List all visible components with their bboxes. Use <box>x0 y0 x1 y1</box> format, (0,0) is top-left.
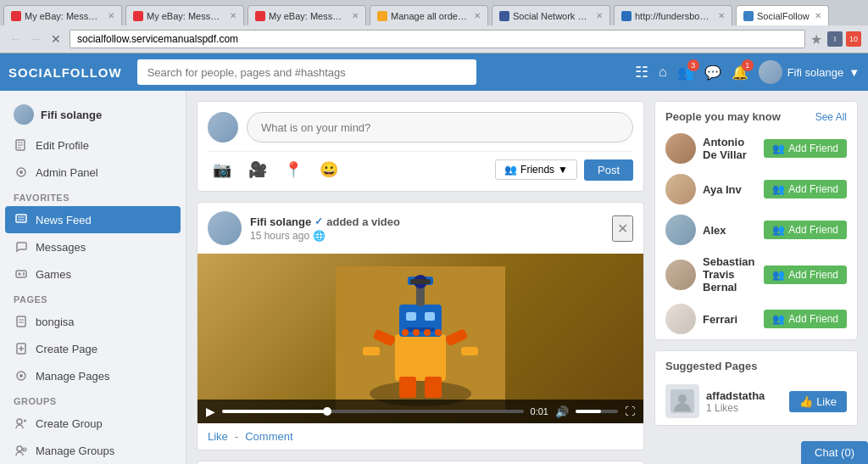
post-user-name-1: Fifi solange ✓ added a video <box>250 215 604 228</box>
svg-point-22 <box>19 374 23 377</box>
forward-button[interactable]: → <box>27 31 44 48</box>
sidebar-item-create-page[interactable]: Create Page <box>0 335 186 362</box>
svg-point-13 <box>23 272 25 274</box>
add-friend-button-ferrari[interactable]: 👥 Add Friend <box>764 310 847 328</box>
post-card-2: Fifi solange ✓ a year ago 🌐 ✕ <box>197 461 644 464</box>
browser-tab-tab4[interactable]: Manage all orders -...✕ <box>370 5 488 25</box>
messages-icon <box>14 239 29 254</box>
add-friend-button-antonio[interactable]: 👥 Add Friend <box>764 139 847 158</box>
video-upload-button[interactable]: 🎥 <box>243 159 272 181</box>
bongisa-icon <box>14 314 29 329</box>
extension-icons: I 10 <box>827 31 861 47</box>
close-button[interactable]: ✕ <box>47 31 64 48</box>
location-button[interactable]: 📍 <box>279 159 308 181</box>
like-button-1[interactable]: Like <box>208 430 228 443</box>
people-card-header: People you may know See All <box>655 102 857 128</box>
ext-icon-2[interactable]: 10 <box>846 31 861 47</box>
volume-bar[interactable] <box>576 410 618 413</box>
user-menu[interactable]: Fifi solange ▼ <box>759 60 860 84</box>
post-header-1: Fifi solange ✓ added a video 15 hours ag… <box>198 203 643 254</box>
suggested-item-affadstatha: affadstatha 1 Likes 👍 Like <box>655 377 857 425</box>
create-page-label: Create Page <box>36 343 97 355</box>
browser-tab-tab7[interactable]: SocialFollow✕ <box>736 5 829 25</box>
add-friend-button-alex[interactable]: 👥 Add Friend <box>764 221 847 239</box>
chat-icon[interactable]: 💬 <box>704 64 721 81</box>
grid-icon[interactable]: ☷ <box>635 63 648 81</box>
sidebar-item-edit-profile[interactable]: Edit Profile <box>0 131 186 159</box>
browser-tab-tab6[interactable]: http://fundersbook...✕ <box>614 5 732 25</box>
create-group-label: Create Group <box>36 417 103 430</box>
people-item-aya: Aya Inv 👥 Add Friend <box>655 169 857 210</box>
photo-upload-button[interactable]: 📷 <box>208 159 236 181</box>
emoji-button[interactable]: 😀 <box>314 159 343 181</box>
post-button[interactable]: Post <box>584 159 633 181</box>
svg-rect-43 <box>461 347 478 355</box>
home-icon[interactable]: ⌂ <box>659 64 667 80</box>
volume-icon[interactable]: 🔊 <box>555 405 569 418</box>
svg-rect-41 <box>363 347 380 355</box>
sidebar: Fifi solange Edit Profile Admin Panel FA… <box>0 91 186 464</box>
svg-point-51 <box>678 394 687 403</box>
post-close-button-1[interactable]: ✕ <box>612 215 633 242</box>
video-player-1[interactable]: ▶ 0:01 🔊 ⛶ <box>198 254 643 423</box>
section-pages: PAGES <box>0 288 186 308</box>
video-thumbnail-bg <box>198 254 643 423</box>
sidebar-item-messages[interactable]: Messages <box>0 233 186 260</box>
add-friend-icon-sebastian: 👥 <box>772 269 785 281</box>
sidebar-item-news-feed[interactable]: News Feed <box>5 206 181 233</box>
svg-rect-44 <box>399 377 416 398</box>
add-friend-icon-alex: 👥 <box>772 224 785 236</box>
browser-tab-tab3[interactable]: My eBay: Messages✕ <box>248 5 366 25</box>
search-input[interactable] <box>137 59 476 85</box>
sidebar-user[interactable]: Fifi solange <box>0 98 186 131</box>
ext-icon-1[interactable]: I <box>827 31 843 47</box>
right-sidebar: People you may know See All Antonio De V… <box>654 101 858 455</box>
sidebar-item-manage-pages[interactable]: Manage Pages <box>0 362 186 389</box>
audience-button[interactable]: 👥 Friends ▼ <box>495 159 577 180</box>
manage-pages-icon <box>14 368 29 383</box>
svg-rect-45 <box>425 377 442 398</box>
see-all-button[interactable]: See All <box>815 111 847 123</box>
back-button[interactable]: ← <box>7 31 24 48</box>
create-page-icon <box>14 341 29 356</box>
friends-icon[interactable]: 👥 3 <box>677 64 694 81</box>
browser-tab-tab2[interactable]: My eBay: Messages✕ <box>125 5 244 25</box>
browser-tab-tab1[interactable]: My eBay: Messages✕ <box>3 5 122 25</box>
add-friend-button-aya[interactable]: 👥 Add Friend <box>764 180 847 198</box>
bongisa-label: bongisa <box>36 316 75 328</box>
sidebar-item-manage-groups[interactable]: Manage Groups <box>0 437 186 464</box>
people-item-sebastian: Sebastian Travis Bernal 👥 Add Friend <box>655 250 857 299</box>
main-content: 📷 🎥 📍 😀 👥 Friends ▼ Post <box>186 91 868 464</box>
thumbs-up-icon-affadstatha: 👍 <box>799 395 813 408</box>
notifications-icon[interactable]: 🔔 1 <box>732 64 748 81</box>
feed: 📷 🎥 📍 😀 👥 Friends ▼ Post <box>197 101 644 455</box>
svg-point-14 <box>23 274 25 276</box>
people-item-antonio: Antonio De Villar 👥 Add Friend <box>655 128 857 169</box>
svg-point-46 <box>402 329 409 336</box>
comment-button-1[interactable]: Comment <box>245 430 292 443</box>
sidebar-item-admin-panel[interactable]: Admin Panel <box>0 159 186 186</box>
address-input[interactable] <box>70 30 805 48</box>
chat-bar[interactable]: Chat (0) <box>801 441 868 464</box>
svg-rect-15 <box>17 316 25 327</box>
sidebar-item-create-group[interactable]: Create Group <box>0 410 186 437</box>
sidebar-item-games[interactable]: Games <box>0 260 186 288</box>
add-friend-button-sebastian[interactable]: 👥 Add Friend <box>764 266 847 284</box>
video-controls: ▶ 0:01 🔊 ⛶ <box>198 400 643 423</box>
browser-tab-tab5[interactable]: Social Network Web...✕ <box>492 5 610 25</box>
svg-rect-6 <box>16 215 26 222</box>
people-avatar-ferrari <box>665 304 696 334</box>
play-button[interactable]: ▶ <box>206 405 215 418</box>
svg-point-47 <box>413 329 420 336</box>
sidebar-item-bongisa[interactable]: bongisa <box>0 308 186 335</box>
progress-bar[interactable] <box>222 410 524 413</box>
fullscreen-button[interactable]: ⛶ <box>625 405 635 417</box>
app-body: Fifi solange Edit Profile Admin Panel FA… <box>0 91 868 464</box>
like-page-button-affadstatha[interactable]: 👍 Like <box>789 391 847 412</box>
edit-profile-icon <box>14 137 29 153</box>
post-text-input[interactable] <box>247 112 633 143</box>
messages-label: Messages <box>36 241 86 254</box>
people-avatar-antonio <box>665 133 696 164</box>
news-feed-label: News Feed <box>36 214 92 226</box>
bookmark-icon[interactable]: ★ <box>810 31 822 48</box>
